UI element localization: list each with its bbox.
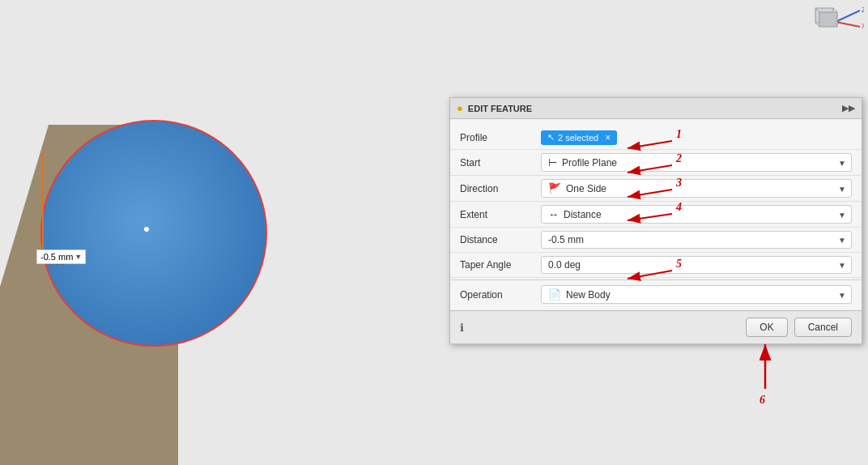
direction-dropdown-value: One Side — [566, 183, 606, 194]
axis-indicator: Z X — [811, 4, 864, 41]
taper-angle-dropdown-arrow: ▼ — [838, 261, 846, 270]
distance-dropdown-value: -0.5 mm — [548, 234, 584, 245]
operation-label: Operation — [460, 289, 541, 301]
operation-dropdown-value: New Body — [566, 289, 611, 301]
blue-circle — [40, 120, 267, 347]
operation-row: Operation 📄 New Body ▼ — [450, 282, 862, 307]
ok-button[interactable]: OK — [746, 318, 787, 337]
start-row: Start ⊢ Profile Plane ▼ — [450, 150, 862, 176]
separator — [450, 279, 862, 280]
extent-dropdown-arrow: ▼ — [838, 210, 846, 219]
svg-line-8 — [815, 23, 819, 27]
direction-dropdown-icon: 🚩 — [548, 182, 561, 194]
taper-angle-control[interactable]: 0.0 deg ▼ — [541, 256, 852, 274]
distance-dropdown-arrow: ▼ — [838, 236, 846, 245]
extent-dropdown-value: Distance — [564, 209, 602, 220]
start-dropdown-icon: ⊢ — [548, 156, 557, 169]
extent-dropdown[interactable]: ↔ Distance ▼ — [541, 205, 852, 224]
distance-label: Distance — [460, 234, 541, 245]
panel-header-left: ● EDIT FEATURE — [457, 102, 532, 114]
start-dropdown[interactable]: ⊢ Profile Plane ▼ — [541, 153, 852, 172]
cancel-button[interactable]: Cancel — [794, 318, 852, 337]
start-control[interactable]: ⊢ Profile Plane ▼ — [541, 153, 852, 172]
panel-header-icon: ● — [457, 102, 463, 114]
operation-control[interactable]: 📄 New Body ▼ — [541, 285, 852, 304]
info-icon[interactable]: ℹ — [460, 322, 464, 334]
profile-label: Profile — [460, 132, 541, 143]
start-dropdown-value: Profile Plane — [562, 157, 617, 169]
dimension-label-box[interactable]: -0.5 mm ▼ — [36, 250, 86, 264]
panel-footer: ℹ OK Cancel — [450, 310, 862, 343]
taper-angle-label: Taper Angle — [460, 259, 541, 271]
svg-rect-5 — [819, 12, 837, 27]
direction-dropdown-arrow: ▼ — [838, 184, 846, 193]
taper-angle-dropdown-value: 0.0 deg — [548, 259, 581, 271]
direction-dropdown[interactable]: 🚩 One Side ▼ — [541, 179, 852, 198]
profile-badge[interactable]: ↖ 2 selected × — [541, 130, 617, 145]
panel-expand-arrows[interactable]: ▶▶ — [842, 103, 855, 113]
svg-text:X: X — [862, 22, 864, 30]
panel-title: EDIT FEATURE — [468, 104, 532, 113]
profile-badge-text: 2 selected — [558, 133, 598, 143]
distance-dropdown[interactable]: -0.5 mm ▼ — [541, 231, 852, 249]
distance-control[interactable]: -0.5 mm ▼ — [541, 231, 852, 249]
svg-line-0 — [836, 11, 860, 22]
operation-dropdown-icon: 📄 — [548, 288, 561, 301]
orange-line — [42, 152, 44, 250]
footer-buttons: OK Cancel — [746, 318, 852, 337]
dim-dropdown-arrow[interactable]: ▼ — [74, 253, 82, 261]
profile-row: Profile ↖ 2 selected × — [450, 126, 862, 150]
distance-row: Distance -0.5 mm ▼ — [450, 228, 862, 253]
direction-row: Direction 🚩 One Side ▼ — [450, 176, 862, 202]
panel-header: ● EDIT FEATURE ▶▶ — [450, 98, 862, 119]
operation-dropdown-arrow: ▼ — [838, 290, 846, 299]
extent-dropdown-icon: ↔ — [548, 208, 559, 220]
extent-label: Extent — [460, 209, 541, 220]
operation-dropdown[interactable]: 📄 New Body ▼ — [541, 285, 852, 304]
extent-row: Extent ↔ Distance ▼ — [450, 202, 862, 228]
white-dot — [144, 227, 149, 232]
edit-feature-panel: ● EDIT FEATURE ▶▶ Profile ↖ 2 selected ×… — [449, 97, 862, 344]
dim-label-text: -0.5 mm — [40, 252, 73, 262]
direction-control[interactable]: 🚩 One Side ▼ — [541, 179, 852, 198]
direction-label: Direction — [460, 183, 541, 194]
taper-angle-dropdown[interactable]: 0.0 deg ▼ — [541, 256, 852, 274]
svg-text:Z: Z — [862, 6, 864, 14]
profile-badge-close[interactable]: × — [605, 132, 611, 143]
start-label: Start — [460, 157, 541, 169]
cursor-icon: ↖ — [547, 132, 555, 143]
start-dropdown-arrow: ▼ — [838, 158, 846, 167]
panel-body: Profile ↖ 2 selected × Start ⊢ Profile P… — [450, 119, 862, 310]
svg-line-2 — [836, 22, 860, 27]
taper-angle-row: Taper Angle 0.0 deg ▼ — [450, 253, 862, 278]
extent-control[interactable]: ↔ Distance ▼ — [541, 205, 852, 224]
profile-control: ↖ 2 selected × — [541, 130, 852, 145]
svg-line-7 — [833, 8, 837, 12]
